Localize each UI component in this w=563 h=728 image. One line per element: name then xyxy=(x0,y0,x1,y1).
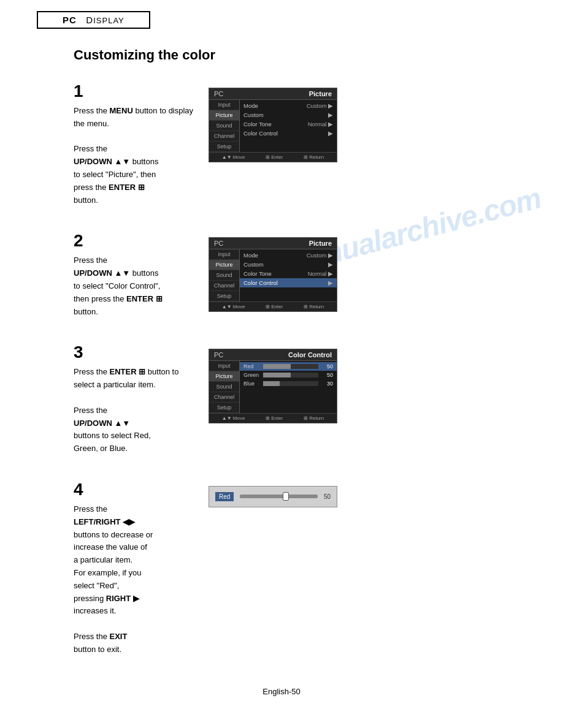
menu-row-colortone: Color ToneNormal ▶ xyxy=(240,119,337,129)
menu-row-custom: Custom▶ xyxy=(240,110,337,119)
step-1-number: 1 xyxy=(74,82,196,101)
menu-body-2: Input Picture Sound Channel Setup ModeCu… xyxy=(209,249,337,301)
cc-sidebar-input: Input xyxy=(209,361,239,371)
step-2-number: 2 xyxy=(74,231,196,251)
cc-body: Input Picture Sound Channel Setup Red 50 xyxy=(209,361,337,413)
menu-screen-2: PC Picture Input Picture Sound Channel S… xyxy=(209,237,337,312)
step-3-number: 3 xyxy=(74,343,196,362)
menu-footer-1: ▲▼ Move ⊞ Enter ⊞ Return xyxy=(209,152,337,162)
step-4-left: 4 Press the LEFT/RIGHT ◀▶ buttons to dec… xyxy=(74,480,196,656)
slider-screen: Red 50 xyxy=(209,486,337,507)
main-content: Customizing the color 1 Press the MENU b… xyxy=(74,47,520,656)
menu-screen-1: PC Picture Input Picture Sound Channel S… xyxy=(209,88,337,162)
slider-value: 50 xyxy=(324,493,331,500)
cc-red-bar xyxy=(263,364,318,369)
step-1-text: Press the MENU button to display the men… xyxy=(74,105,196,207)
step-3-screen: PC Color Control Input Picture Sound Cha… xyxy=(209,343,520,455)
cc-footer: ▲▼ Move ⊞ Enter ⊞ Return xyxy=(209,413,337,423)
step-3: 3 Press the ENTER ⊞ button to select a p… xyxy=(74,343,520,455)
step-4: 4 Press the LEFT/RIGHT ◀▶ buttons to dec… xyxy=(74,480,520,656)
cc-green-fill xyxy=(263,373,291,377)
menu2-row-colortone: Color ToneNormal ▶ xyxy=(240,269,337,278)
menu-title-1: PC Picture xyxy=(209,88,337,100)
menu-sidebar-2: Input Picture Sound Channel Setup xyxy=(209,249,240,301)
color-control-screen: PC Color Control Input Picture Sound Cha… xyxy=(209,349,337,423)
page-title: Customizing the color xyxy=(74,47,520,63)
sidebar2-sound: Sound xyxy=(209,270,239,281)
menu-footer-2: ▲▼ Move ⊞ Enter ⊞ Return xyxy=(209,301,337,311)
cc-blue-fill xyxy=(263,381,280,386)
cc-title: PC Color Control xyxy=(209,349,337,361)
slider-thumb xyxy=(283,492,289,501)
cc-green-row: Green 50 xyxy=(240,371,337,379)
sidebar-picture: Picture xyxy=(209,110,239,121)
cc-blue-row: Blue 30 xyxy=(240,379,337,388)
step-1: 1 Press the MENU button to display the m… xyxy=(74,82,520,207)
cc-sidebar-picture: Picture xyxy=(209,371,239,382)
step-1-screen: PC Picture Input Picture Sound Channel S… xyxy=(209,82,520,207)
menu-row-mode: ModeCustom ▶ xyxy=(240,101,337,110)
sidebar2-picture: Picture xyxy=(209,260,239,270)
step-2-screen: PC Picture Input Picture Sound Channel S… xyxy=(209,231,520,318)
menu-row-colorcontrol: Color Control▶ xyxy=(240,129,337,138)
sidebar-setup: Setup xyxy=(209,142,239,152)
sidebar-input: Input xyxy=(209,100,239,110)
menu2-row-colorcontrol: Color Control▶ xyxy=(240,278,337,287)
slider-track xyxy=(240,495,318,498)
page-number: English-50 xyxy=(262,687,300,696)
menu2-row-mode: ModeCustom ▶ xyxy=(240,251,337,260)
cc-red-row: Red 50 xyxy=(240,362,337,371)
sidebar-channel: Channel xyxy=(209,131,239,142)
sidebar2-channel: Channel xyxy=(209,281,239,291)
cc-green-bar xyxy=(263,373,318,377)
menu-sidebar-1: Input Picture Sound Channel Setup xyxy=(209,100,240,152)
sidebar-sound: Sound xyxy=(209,121,239,131)
cc-main: Red 50 Green 50 xyxy=(240,361,337,413)
step-2-text: Press the UP/DOWN ▲▼ buttons to select "… xyxy=(74,254,196,318)
step-4-screen: Red 50 xyxy=(209,480,520,656)
slider-label: Red xyxy=(215,492,234,501)
header-title: PC DISPLAY xyxy=(63,15,124,25)
menu-main-1: ModeCustom ▶ Custom▶ Color ToneNormal ▶ … xyxy=(240,100,337,152)
step-3-left: 3 Press the ENTER ⊞ button to select a p… xyxy=(74,343,196,455)
step-1-left: 1 Press the MENU button to display the m… xyxy=(74,82,196,207)
menu-main-2: ModeCustom ▶ Custom▶ Color ToneNormal ▶ … xyxy=(240,249,337,301)
cc-sidebar: Input Picture Sound Channel Setup xyxy=(209,361,240,413)
step-2: 2 Press the UP/DOWN ▲▼ buttons to select… xyxy=(74,231,520,318)
sidebar2-setup: Setup xyxy=(209,291,239,301)
page-header: PC DISPLAY xyxy=(37,11,150,29)
menu2-row-custom: Custom▶ xyxy=(240,260,337,269)
cc-red-fill xyxy=(263,364,291,369)
cc-sidebar-channel: Channel xyxy=(209,392,239,403)
menu-title-2: PC Picture xyxy=(209,238,337,249)
sidebar2-input: Input xyxy=(209,249,239,260)
step-4-number: 4 xyxy=(74,480,196,499)
cc-sidebar-sound: Sound xyxy=(209,382,239,392)
step-3-text: Press the ENTER ⊞ button to select a par… xyxy=(74,366,196,455)
cc-blue-bar xyxy=(263,381,318,386)
step-4-text: Press the LEFT/RIGHT ◀▶ buttons to decre… xyxy=(74,503,196,656)
menu-body-1: Input Picture Sound Channel Setup ModeCu… xyxy=(209,100,337,152)
increases-text: increases xyxy=(74,606,108,615)
page-footer: English-50 xyxy=(0,687,563,708)
cc-sidebar-setup: Setup xyxy=(209,403,239,413)
step-2-left: 2 Press the UP/DOWN ▲▼ buttons to select… xyxy=(74,231,196,318)
